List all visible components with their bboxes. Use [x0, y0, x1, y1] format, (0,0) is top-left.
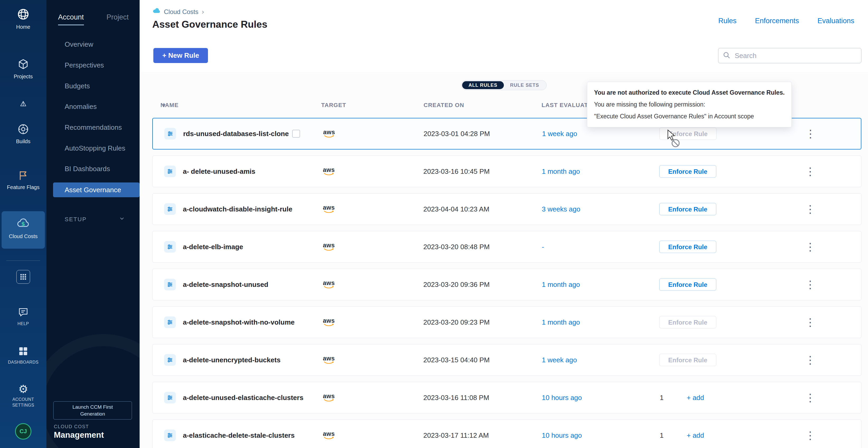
avatar[interactable]: CJ — [15, 423, 31, 440]
sidebar-item-cloud-costs[interactable]: $ Cloud Costs — [0, 217, 46, 239]
aws-logo: aws — [320, 355, 337, 365]
breadcrumb-separator: › — [202, 8, 204, 16]
enforce-rule-button[interactable]: Enforce Rule — [659, 354, 716, 366]
launch-ccm-first-gen-button[interactable]: Launch CCM First Generation — [53, 401, 132, 419]
rule-name[interactable]: a-delete-snapshot-unused — [183, 281, 269, 289]
rule-name[interactable]: a-delete-unused-elasticache-clusters — [183, 394, 304, 402]
add-enforcement-link[interactable]: + add — [687, 432, 704, 440]
tab-account[interactable]: Account — [58, 13, 84, 25]
link-evaluations[interactable]: Evaluations — [817, 17, 854, 25]
rule-name[interactable]: a-delete-snapshot-with-no-volume — [183, 318, 294, 326]
dashboard-grid-icon — [18, 346, 29, 357]
table-row[interactable]: a-elasticache-delete-stale-clusters aws … — [152, 419, 861, 448]
last-evaluation: 1 week ago — [542, 356, 577, 364]
sidebar-item-bi-dashboards[interactable]: BI Dashboards — [46, 159, 140, 179]
rule-name[interactable]: a-elasticache-delete-stale-clusters — [183, 432, 294, 440]
cloud-costs-module-icon — [152, 8, 161, 15]
kebab-menu-icon[interactable]: ⋮ — [802, 269, 818, 300]
main-content: Cloud Costs › Asset Governance Rules Rul… — [140, 0, 868, 448]
enforcement-count[interactable]: 1 — [660, 432, 663, 440]
svg-text:$: $ — [21, 221, 25, 227]
gear-icon: ⚙ — [18, 384, 28, 395]
rule-icon — [164, 279, 176, 290]
rule-name[interactable]: a- delete-unused-amis — [183, 167, 255, 176]
kebab-menu-icon[interactable]: ⋮ — [802, 344, 818, 376]
table-row[interactable]: a- delete-unused-amis aws 2023-03-16 10:… — [152, 156, 861, 187]
search-input[interactable] — [734, 51, 857, 60]
sidebar-item-feature-flags[interactable]: Feature Flags — [0, 169, 46, 191]
sidebar-item-recommendations[interactable]: Recommendations — [46, 117, 140, 138]
sidebar-item-projects[interactable]: Projects — [0, 58, 46, 80]
module-selector-button[interactable] — [0, 270, 46, 284]
rule-icon — [164, 392, 176, 404]
rail-divider — [6, 261, 40, 261]
scope-tabs: Account Project — [58, 13, 129, 25]
user-avatar-wrap[interactable]: CJ — [0, 423, 46, 440]
enforce-rule-button[interactable]: Enforce Rule — [659, 165, 716, 178]
enforce-rule-button[interactable]: Enforce Rule — [659, 316, 716, 329]
kebab-menu-icon[interactable]: ⋮ — [802, 231, 818, 262]
sidebar-item-anomalies[interactable]: Anomalies — [46, 96, 140, 117]
created-on: 2023-03-17 11:12 AM — [423, 432, 489, 440]
created-on: 2023-04-04 10:23 AM — [423, 205, 489, 213]
enforce-rule-button[interactable]: Enforce Rule — [659, 128, 716, 140]
app-root: Home Projects Builds Feature Flags — [0, 0, 868, 448]
sidebar-item-account-settings[interactable]: ⚙ ACCOUNT SETTINGS — [0, 384, 46, 408]
sidebar-item-budgets[interactable]: Budgets — [46, 76, 140, 97]
sidebar-item-dashboards[interactable]: DASHBOARDS — [0, 346, 46, 365]
link-enforcements[interactable]: Enforcements — [755, 17, 799, 25]
search-icon — [722, 51, 731, 60]
add-enforcement-link[interactable]: + add — [687, 394, 704, 402]
sidebar-item-deployments[interactable] — [0, 100, 46, 109]
tooltip-line-3: "Execute Cloud Asset Governance Rules" i… — [594, 110, 785, 122]
kebab-menu-icon[interactable]: ⋮ — [802, 194, 818, 225]
table-row[interactable]: a-delete-unencrypted-buckets aws 2023-03… — [152, 344, 861, 376]
created-on: 2023-03-16 10:45 PM — [423, 167, 490, 176]
sidebar-item-autostopping-rules[interactable]: AutoStopping Rules — [46, 138, 140, 159]
enforce-rule-button[interactable]: Enforce Rule — [659, 203, 716, 215]
kebab-menu-icon[interactable]: ⋮ — [802, 156, 818, 187]
rail-item-label: Projects — [14, 74, 33, 80]
rule-name[interactable]: a-delete-unencrypted-buckets — [183, 356, 281, 364]
row-checkbox[interactable] — [292, 130, 300, 138]
rules-list-area: ALL RULES RULE SETS NAME▾ TARGET CREATED… — [140, 72, 868, 448]
sidebar-item-help[interactable]: HELP — [0, 306, 46, 327]
rule-name[interactable]: a-cloudwatch-disable-insight-rule — [183, 205, 292, 213]
sidebar-item-home[interactable]: Home — [0, 7, 46, 30]
search-box[interactable] — [718, 48, 861, 63]
rule-name[interactable]: a-delete-elb-image — [183, 243, 243, 251]
new-rule-button[interactable]: + New Rule — [153, 48, 208, 63]
kebab-menu-icon[interactable]: ⋮ — [802, 420, 818, 448]
toggle-rule-sets[interactable]: RULE SETS — [504, 81, 546, 89]
table-row[interactable]: a-delete-elb-image aws 2023-03-20 08:48 … — [152, 231, 861, 263]
table-row[interactable]: a-delete-snapshot-unused aws 2023-03-20 … — [152, 269, 861, 300]
created-on: 2023-03-15 04:40 PM — [423, 356, 490, 364]
breadcrumb[interactable]: Cloud Costs › — [152, 8, 204, 16]
sidebar-item-perspectives[interactable]: Perspectives — [46, 55, 140, 76]
aws-logo: aws — [320, 318, 337, 327]
enforce-rule-button[interactable]: Enforce Rule — [659, 278, 716, 291]
last-evaluation: 1 month ago — [542, 281, 580, 289]
sidebar-item-overview[interactable]: Overview — [46, 34, 140, 55]
sidebar-item-asset-governance[interactable]: Asset Governance — [53, 182, 140, 197]
breadcrumb-label[interactable]: Cloud Costs — [164, 8, 198, 15]
enforcement-count[interactable]: 1 — [660, 394, 663, 402]
table-row[interactable]: a-delete-unused-elasticache-clusters aws… — [152, 382, 861, 413]
kebab-menu-icon[interactable]: ⋮ — [802, 382, 818, 413]
rule-name[interactable]: rds-unused-databases-list-clone — [183, 130, 289, 138]
page-header: Cloud Costs › Asset Governance Rules Rul… — [140, 0, 868, 39]
kebab-menu-icon[interactable]: ⋮ — [802, 307, 818, 338]
tab-project[interactable]: Project — [106, 13, 129, 25]
cube-icon — [17, 58, 30, 72]
module-grid-icon — [17, 270, 30, 284]
link-rules[interactable]: Rules — [718, 17, 737, 25]
setup-section-toggle[interactable]: SETUP — [65, 216, 125, 223]
toggle-all-rules[interactable]: ALL RULES — [462, 81, 504, 89]
aws-logo: aws — [320, 167, 337, 176]
table-row[interactable]: a-delete-snapshot-with-no-volume aws 202… — [152, 306, 861, 338]
table-row[interactable]: a-cloudwatch-disable-insight-rule aws 20… — [152, 193, 861, 225]
enforce-rule-button[interactable]: Enforce Rule — [659, 241, 716, 253]
sidebar-item-builds[interactable]: Builds — [0, 123, 46, 144]
kebab-menu-icon[interactable]: ⋮ — [803, 118, 818, 149]
column-header-created-on: CREATED ON — [424, 100, 464, 110]
